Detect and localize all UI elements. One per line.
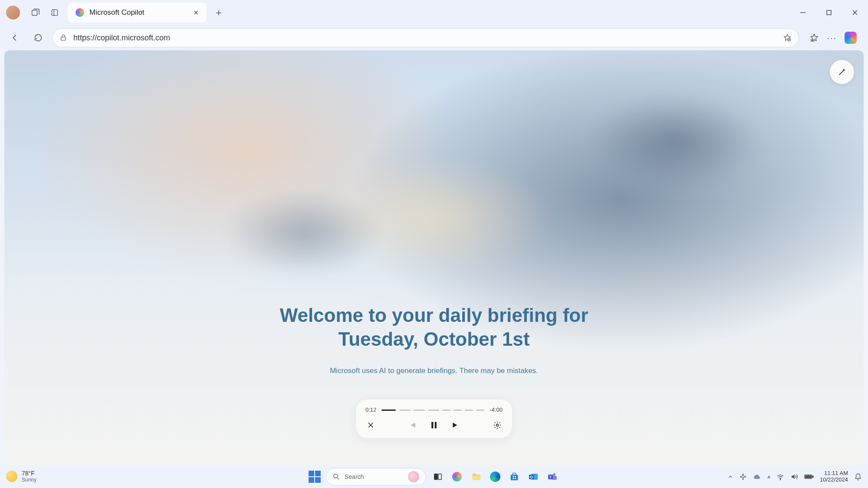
file-explorer-icon[interactable] [469,470,483,484]
browser-chrome: Microsoft Copilot ✕ ＋ https://copilot.mi… [0,0,868,50]
svg-rect-20 [434,474,437,479]
svg-rect-27 [513,478,514,479]
system-tray: ᴀ 11:11 AM 10/22/2024 [727,470,862,483]
address-bar-row: https://copilot.microsoft.com ··· [0,25,868,50]
edge-icon[interactable] [488,470,502,484]
teams-icon[interactable]: T [546,470,559,484]
favorite-star-icon[interactable] [783,33,792,42]
url-text: https://copilot.microsoft.com [73,33,777,43]
svg-rect-25 [513,476,514,477]
headline-line1: Welcome to your daily briefing for [280,303,589,327]
svg-rect-22 [473,475,480,480]
tab-actions-icon[interactable] [45,3,64,22]
elapsed-time: 0:12 [365,406,376,413]
site-info-icon[interactable] [59,34,67,42]
window-maximize-button[interactable] [816,0,842,25]
copilot-favicon-icon [76,8,84,17]
copilot-sidebar-icon[interactable] [845,32,857,44]
player-controls [365,420,503,430]
headline-line2: Tuesday, October 1st [280,327,589,351]
svg-rect-26 [515,476,516,477]
windows-taskbar: 78°F Sunny Search O T ᴀ 11:11 AM 10/22/2… [0,465,868,488]
svg-rect-4 [827,10,831,15]
workspaces-icon[interactable] [26,3,45,22]
volume-icon[interactable] [790,473,798,480]
clock-date: 10/22/2024 [820,477,848,483]
task-view-icon[interactable] [431,470,445,484]
pause-button[interactable] [429,420,439,430]
briefing-headline: Welcome to your daily briefing for Tuesd… [280,303,589,351]
back-button[interactable] [5,28,24,47]
svg-point-36 [742,475,744,478]
svg-rect-7 [61,37,66,41]
refresh-button[interactable] [29,28,48,47]
favorites-button[interactable] [809,33,819,43]
customize-wand-button[interactable] [830,60,854,84]
toolbar-right: ··· [803,32,863,44]
new-tab-button[interactable]: ＋ [209,3,228,22]
svg-rect-28 [515,478,516,479]
player-settings-button[interactable] [492,420,503,430]
tab-title: Microsoft Copilot [89,8,188,17]
browser-tab[interactable]: Microsoft Copilot ✕ [68,3,207,23]
tray-chevron-icon[interactable] [727,474,733,480]
svg-rect-16 [435,422,437,429]
svg-line-19 [337,478,339,479]
language-indicator[interactable]: ᴀ [767,474,770,480]
weather-temp: 78°F [22,470,36,477]
remaining-time: -4:00 [490,406,503,413]
page-content: Welcome to your daily briefing for Tuesd… [4,50,864,465]
titlebar: Microsoft Copilot ✕ ＋ [0,0,868,25]
svg-point-37 [780,479,781,480]
svg-rect-15 [431,422,433,429]
weather-widget[interactable]: 78°F Sunny [6,470,36,483]
svg-text:O: O [530,475,533,479]
player-close-button[interactable] [365,420,376,430]
taskbar-center: Search O T [309,468,559,485]
window-controls [790,0,868,25]
svg-point-18 [334,474,338,478]
search-highlight-icon [408,471,419,482]
search-placeholder: Search [345,473,364,480]
onedrive-icon[interactable] [753,474,761,480]
copilot-taskbar-icon[interactable] [450,470,464,484]
svg-point-32 [553,473,556,476]
weather-condition: Sunny [22,477,36,483]
svg-rect-24 [513,473,516,475]
taskbar-search[interactable]: Search [326,468,426,485]
wifi-icon[interactable] [776,473,784,480]
tray-sync-icon[interactable] [740,473,746,480]
store-icon[interactable] [507,470,521,484]
window-close-button[interactable] [842,0,868,25]
outlook-icon[interactable]: O [526,470,540,484]
svg-rect-0 [32,10,37,16]
tab-close-button[interactable]: ✕ [193,9,199,17]
more-menu-button[interactable]: ··· [827,33,837,43]
ai-disclaimer: Microsoft uses AI to generate briefings.… [330,367,538,375]
seek-track[interactable] [381,409,484,411]
svg-rect-23 [511,475,518,480]
address-bar[interactable]: https://copilot.microsoft.com [52,28,799,47]
battery-icon[interactable] [804,474,814,480]
svg-text:T: T [549,475,552,479]
window-minimize-button[interactable] [790,0,816,25]
svg-rect-21 [438,474,441,479]
clock[interactable]: 11:11 AM 10/22/2024 [820,470,848,483]
sun-icon [6,471,17,482]
svg-rect-1 [52,10,57,15]
progress-row: 0:12 -4:00 [365,406,503,413]
profile-avatar[interactable] [6,6,20,20]
svg-rect-39 [812,476,814,477]
svg-rect-40 [805,475,811,478]
notifications-icon[interactable] [854,473,862,481]
svg-point-17 [496,424,499,426]
skip-forward-button[interactable] [450,420,461,430]
audio-player: 0:12 -4:00 [356,400,512,438]
search-icon [332,473,340,481]
skip-back-button[interactable] [407,420,418,430]
start-button[interactable] [309,471,321,483]
clock-time: 11:11 AM [820,470,848,477]
